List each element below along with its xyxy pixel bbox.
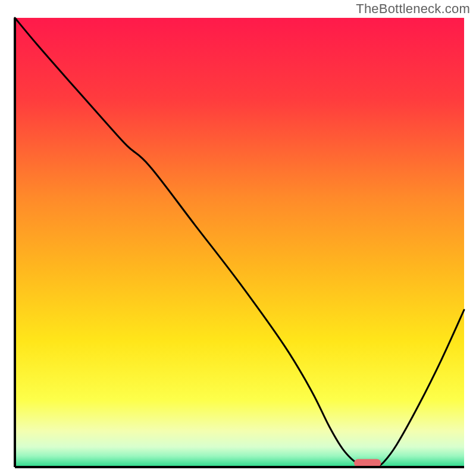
plot-background (15, 18, 464, 467)
bottleneck-chart (0, 0, 476, 476)
chart-container: TheBottleneck.com (0, 0, 476, 476)
optimal-marker (354, 459, 381, 467)
